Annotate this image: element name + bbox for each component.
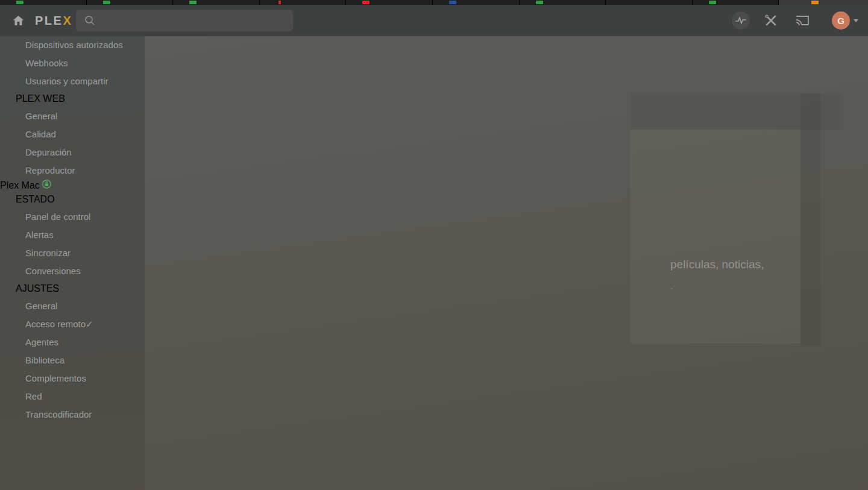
search-icon [84, 15, 95, 26]
sidebar-item-complementos[interactable]: Complementos [0, 369, 145, 388]
sidebar-item-label: Red [25, 391, 42, 401]
sidebar-item-biblioteca[interactable]: Biblioteca [0, 351, 145, 369]
sidebar-item-conversiones[interactable]: Conversiones [0, 262, 145, 280]
browser-tab[interactable] [520, 0, 606, 5]
browser-tab[interactable] [433, 0, 520, 5]
background-partial-text: películas, noticias, [670, 258, 764, 271]
browser-tab[interactable] [87, 0, 174, 5]
sidebar-item-label: Agentes [25, 337, 58, 347]
search-input[interactable] [100, 10, 287, 31]
sidebar-item-label: General [25, 111, 57, 121]
sidebar-item-transcodificador[interactable]: Transcodificador [0, 406, 145, 424]
sidebar-item-label: Alertas [25, 230, 54, 240]
sidebar-item-label: Complementos [25, 373, 86, 383]
sidebar-item-panel-de-control[interactable]: Panel de control [0, 208, 145, 226]
server-name: Plex Mac [0, 180, 40, 190]
browser-tab[interactable] [173, 0, 260, 5]
sidebar-item-usuarios-y-compartir[interactable]: Usuarios y compartir [0, 72, 145, 90]
sidebar-item-reproductor[interactable]: Reproductor [0, 162, 145, 180]
sidebar-item-label: Calidad [25, 129, 56, 139]
browser-tab-strip [0, 0, 868, 5]
browser-tab[interactable] [260, 0, 347, 5]
search-box[interactable] [76, 10, 293, 31]
sidebar-item-label: Conversiones [25, 266, 81, 276]
sidebar-item-label: Transcodificador [25, 409, 92, 419]
tab-favicon [189, 1, 197, 4]
background-partial-text: . [670, 279, 673, 292]
plex-logo-ple: PLE [35, 14, 63, 27]
plex-logo-x: X [63, 14, 72, 27]
sidebar-item-agentes[interactable]: Agentes [0, 333, 145, 351]
home-icon[interactable] [13, 15, 25, 26]
sidebar-section-ajustes: AJUSTES [0, 280, 145, 297]
sidebar-item-label: Dispositivos autorizados [25, 40, 123, 50]
plex-top-bar: PLEX G [0, 5, 868, 36]
sidebar-item-dispositivos-autorizados[interactable]: Dispositivos autorizados [0, 36, 145, 54]
browser-tab[interactable] [346, 0, 433, 5]
account-menu-caret-icon[interactable] [854, 19, 858, 22]
sidebar-item-depuracion[interactable]: Depuración [0, 143, 145, 162]
sidebar-item-red[interactable]: Red [0, 388, 145, 406]
sidebar-section-plex-web: PLEX WEB [0, 90, 145, 107]
sidebar-item-label: Sincronizar [25, 248, 71, 258]
sidebar-item-general-ajustes[interactable]: General [0, 297, 145, 315]
tab-favicon [103, 1, 110, 4]
sidebar-item-label: General [25, 301, 57, 311]
plex-logo[interactable]: PLEX [35, 14, 72, 28]
browser-tab[interactable] [693, 0, 779, 5]
sidebar-item-label: Depuración [25, 147, 72, 157]
activity-icon[interactable] [732, 11, 750, 30]
avatar-letter: G [837, 16, 844, 26]
tab-favicon [449, 1, 456, 4]
sidebar-item-label: Panel de control [25, 212, 90, 222]
secure-lock-icon [42, 180, 51, 190]
sidebar-item-label: Acceso remoto [25, 319, 86, 329]
background-card [631, 130, 800, 344]
tab-favicon [709, 1, 716, 4]
tab-favicon [536, 1, 543, 4]
sidebar-item-alertas[interactable]: Alertas [0, 226, 145, 244]
browser-tab-active[interactable] [779, 0, 868, 5]
sidebar-item-label: Biblioteca [25, 355, 64, 365]
tab-favicon [278, 1, 281, 4]
tab-favicon [16, 1, 24, 4]
settings-tools-icon[interactable] [762, 11, 780, 30]
sidebar-item-label: Webhooks [25, 58, 68, 68]
cast-icon[interactable] [793, 11, 811, 30]
sidebar-item-acceso-remoto[interactable]: Acceso remoto✓ [0, 315, 145, 333]
page-background: películas, noticias, . [145, 36, 868, 490]
sidebar-item-label: Usuarios y compartir [25, 76, 108, 86]
check-icon: ✓ [86, 319, 93, 329]
sidebar-item-label: Reproductor [25, 165, 75, 175]
settings-sidebar: Dispositivos autorizados Webhooks Usuari… [0, 36, 145, 490]
sidebar-section-estado: ESTADO [0, 191, 145, 208]
screen: PLEX G películas, noticias, . Dispositiv… [0, 0, 868, 490]
sidebar-item-calidad[interactable]: Calidad [0, 125, 145, 143]
background-panel [800, 93, 821, 347]
tab-favicon [362, 1, 370, 4]
avatar[interactable]: G [832, 11, 850, 30]
tab-favicon-plex [811, 1, 819, 4]
browser-tab[interactable] [606, 0, 693, 5]
sidebar-item-general-web[interactable]: General [0, 107, 145, 125]
browser-tab[interactable] [0, 0, 87, 5]
server-selector[interactable]: Plex Mac [0, 180, 145, 191]
sidebar-item-sincronizar[interactable]: Sincronizar [0, 244, 145, 262]
sidebar-item-webhooks[interactable]: Webhooks [0, 54, 145, 72]
